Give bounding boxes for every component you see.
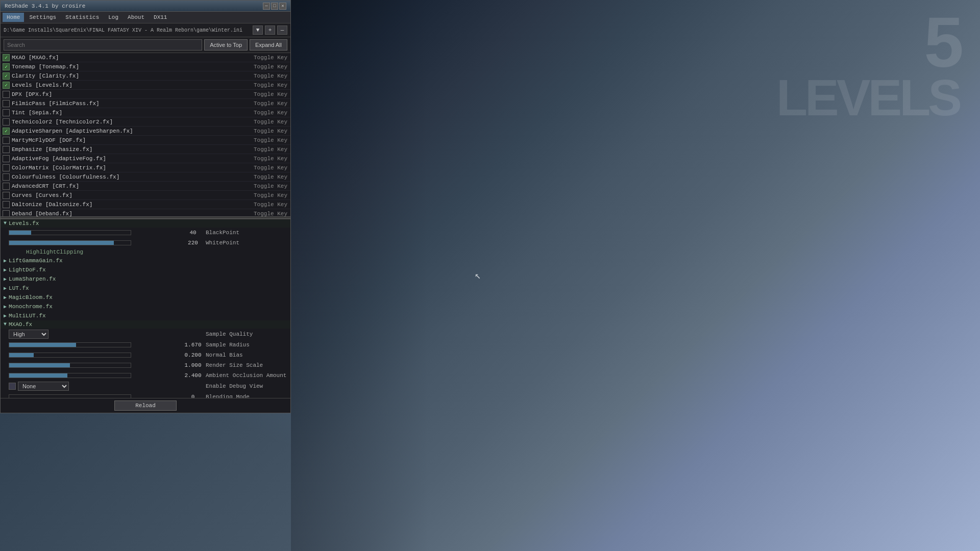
whitepoint-row[interactable]: 220 WhitePoint: [1, 238, 290, 248]
table-row[interactable]: Colourfulness [Colourfulness.fx] Toggle …: [1, 172, 290, 182]
table-row[interactable]: Tonemap [Tonemap.fx] Toggle Key: [1, 62, 290, 71]
effect-key: Toggle Key: [247, 174, 287, 180]
menu-about[interactable]: About: [124, 13, 149, 22]
table-row[interactable]: AdvancedCRT [CRT.fx] Toggle Key: [1, 182, 290, 191]
sample-quality-row[interactable]: High Low Medium Very High Sample Quality: [1, 329, 290, 340]
minimize-button[interactable]: —: [263, 3, 270, 10]
effect-checkbox-tint[interactable]: [3, 109, 10, 116]
effect-checkbox-curves[interactable]: [3, 192, 10, 199]
ao-amount-fill: [9, 373, 67, 378]
blackpoint-row[interactable]: 40 BlackPoint: [1, 228, 290, 238]
lightdof-section[interactable]: ▶ LightDoF.fx: [1, 265, 290, 274]
path-dropdown-button[interactable]: ▼: [253, 26, 263, 35]
ao-amount-value: 2.400: [180, 372, 206, 379]
sample-radius-slider[interactable]: [9, 342, 131, 347]
effect-checkbox-emphasize[interactable]: [3, 146, 10, 153]
effect-checkbox-levels[interactable]: [3, 82, 10, 89]
settings-area[interactable]: ▼ Levels.fx 40 BlackPoint 220 WhitePoint: [1, 218, 290, 398]
table-row[interactable]: AdaptiveSharpen [AdaptiveSharpen.fx] Tog…: [1, 127, 290, 136]
effect-checkbox-martymcfly[interactable]: [3, 137, 10, 144]
effect-name: FilmicPass [FilmicPass.fx]: [12, 101, 247, 107]
blackpoint-slider[interactable]: [9, 230, 131, 235]
effect-checkbox-tonemap[interactable]: [3, 63, 10, 70]
normal-bias-row[interactable]: 0.200 Normal Bias: [1, 350, 290, 360]
effect-checkbox-mxao[interactable]: [3, 54, 10, 61]
lut-section[interactable]: ▶ LUT.fx: [1, 284, 290, 293]
lumasharpen-section[interactable]: ▶ LumaSharpen.fx: [1, 274, 290, 284]
effect-checkbox-dpx[interactable]: [3, 91, 10, 98]
blending-mode-slider[interactable]: [9, 394, 131, 398]
lumasharpen-label: LumaSharpen.fx: [9, 276, 56, 282]
effect-name: MXAO [MXAO.fx]: [12, 55, 247, 61]
whitepoint-fill: [9, 241, 114, 245]
table-row[interactable]: MartyMcFlyDOF [DOF.fx] Toggle Key: [1, 136, 290, 145]
ao-amount-slider[interactable]: [9, 373, 131, 378]
effect-checkbox-colormatrix[interactable]: [3, 164, 10, 171]
menu-dx11[interactable]: DX11: [150, 13, 171, 22]
table-row[interactable]: Deband [Deband.fx] Toggle Key: [1, 209, 290, 216]
sample-radius-row[interactable]: 1.670 Sample Radius: [1, 340, 290, 350]
sample-radius-label: Sample Radius: [206, 342, 287, 348]
debug-view-row[interactable]: None AO Normal Enable Debug View: [1, 381, 290, 392]
effect-key: Toggle Key: [247, 73, 287, 79]
levels-section-header[interactable]: ▼ Levels.fx: [1, 219, 290, 228]
highlight-clipping-row: HighlightClipping: [1, 248, 290, 256]
ao-amount-row[interactable]: 2.400 Ambient Occlusion Amount: [1, 370, 290, 381]
table-row[interactable]: Technicolor2 [Technicolor2.fx] Toggle Ke…: [1, 117, 290, 127]
table-row[interactable]: ColorMatrix [ColorMatrix.fx] Toggle Key: [1, 163, 290, 172]
table-row[interactable]: AdaptiveFog [AdaptiveFog.fx] Toggle Key: [1, 154, 290, 163]
effect-checkbox-colourfulness[interactable]: [3, 173, 10, 181]
expand-arrow-monochrome: ▶: [4, 304, 7, 310]
maximize-button[interactable]: □: [271, 3, 278, 10]
effect-checkbox-adaptive-sharpen[interactable]: [3, 128, 10, 135]
effect-checkbox-filmicpass[interactable]: [3, 100, 10, 107]
expand-all-button[interactable]: Expand All: [250, 39, 287, 51]
path-add-button[interactable]: +: [265, 26, 275, 35]
table-row[interactable]: Clarity [Clarity.fx] Toggle Key: [1, 71, 290, 81]
table-row[interactable]: FilmicPass [FilmicPass.fx] Toggle Key: [1, 99, 290, 108]
effect-name: AdvancedCRT [CRT.fx]: [12, 183, 247, 189]
table-row[interactable]: DPX [DPX.fx] Toggle Key: [1, 90, 290, 99]
title-bar: ReShade 3.4.1 by crosire — □ ✕: [1, 1, 290, 12]
whitepoint-label: WhitePoint: [206, 240, 287, 246]
table-row[interactable]: Emphasize [Emphasize.fx] Toggle Key: [1, 145, 290, 154]
mxao-section-header[interactable]: ▼ MXAO.fx: [1, 320, 290, 329]
multilut-section[interactable]: ▶ MultiLUT.fx: [1, 311, 290, 320]
menu-statistics[interactable]: Statistics: [61, 13, 103, 22]
normal-bias-slider[interactable]: [9, 353, 131, 358]
liftgammagain-section[interactable]: ▶ LiftGammaGain.fx: [1, 256, 290, 265]
menu-home[interactable]: Home: [3, 13, 24, 22]
debug-view-dropdown[interactable]: None AO Normal: [18, 382, 69, 391]
blending-mode-row[interactable]: 0 Blending Mode: [1, 392, 290, 398]
render-size-row[interactable]: 1.000 Render Size Scale: [1, 360, 290, 370]
search-input[interactable]: [4, 39, 202, 51]
path-remove-button[interactable]: —: [277, 26, 287, 35]
reload-button[interactable]: Reload: [114, 400, 177, 411]
effect-checkbox-daltonize[interactable]: [3, 201, 10, 208]
monochrome-section[interactable]: ▶ Monochrome.fx: [1, 302, 290, 311]
level-display: 5 LEVELS: [776, 10, 960, 120]
render-size-slider[interactable]: [9, 363, 131, 368]
whitepoint-slider[interactable]: [9, 240, 131, 245]
magicbloom-section[interactable]: ▶ MagicBloom.fx: [1, 293, 290, 302]
effect-checkbox-deband[interactable]: [3, 210, 10, 217]
close-button[interactable]: ✕: [279, 3, 286, 10]
effects-list[interactable]: MXAO [MXAO.fx] Toggle Key Tonemap [Tonem…: [1, 53, 290, 216]
menu-settings[interactable]: Settings: [25, 13, 60, 22]
effect-checkbox-technicolor[interactable]: [3, 118, 10, 126]
effect-checkbox-clarity[interactable]: [3, 72, 10, 80]
table-row[interactable]: Daltonize [Daltonize.fx] Toggle Key: [1, 200, 290, 209]
lut-label: LUT.fx: [9, 285, 29, 291]
table-row[interactable]: Levels [Levels.fx] Toggle Key: [1, 81, 290, 90]
effect-checkbox-advancedcrt[interactable]: [3, 183, 10, 190]
sample-quality-dropdown[interactable]: High Low Medium Very High: [9, 330, 48, 339]
effect-checkbox-adaptivefog[interactable]: [3, 155, 10, 162]
table-row[interactable]: MXAO [MXAO.fx] Toggle Key: [1, 53, 290, 62]
table-row[interactable]: Curves [Curves.fx] Toggle Key: [1, 191, 290, 200]
table-row[interactable]: Tint [Sepia.fx] Toggle Key: [1, 108, 290, 117]
active-to-top-button[interactable]: Active to Top: [204, 39, 248, 51]
bottom-bar: Reload: [1, 398, 290, 413]
menu-log[interactable]: Log: [104, 13, 122, 22]
debug-view-label: Enable Debug View: [206, 383, 287, 389]
debug-view-checkbox[interactable]: [9, 383, 16, 390]
